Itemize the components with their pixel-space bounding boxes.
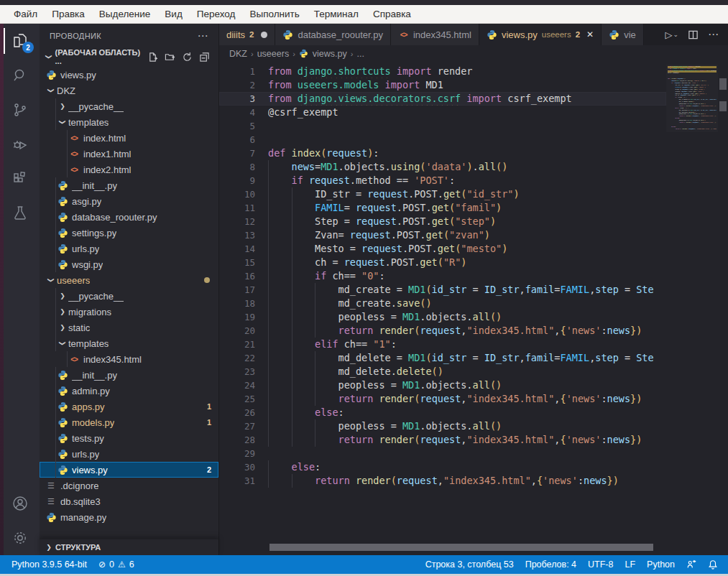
workspace-section-header[interactable]: ❯ (РАБОЧАЯ ОБЛАСТЬ) ... [40, 48, 218, 65]
run-debug-icon[interactable] [0, 127, 40, 162]
code-line-31[interactable]: 31 return render(request,"index345.html"… [219, 474, 666, 488]
code-line-6[interactable]: 6 [219, 133, 666, 147]
breadcrumb-item[interactable]: DKZ [229, 49, 247, 59]
code-line-21[interactable]: 21 elif ch== "1": [219, 338, 666, 351]
source-control-icon[interactable] [0, 93, 40, 127]
menu-item-файл[interactable]: Файл [7, 6, 44, 22]
code-line-12[interactable]: 12 Step = request.POST.get("step") [219, 215, 666, 228]
code-line-5[interactable]: 5 [219, 119, 666, 133]
tree-item-models-py[interactable]: models.py1 [40, 414, 218, 430]
menu-item-терминал[interactable]: Терминал [308, 6, 365, 22]
settings-gear-icon[interactable] [0, 521, 40, 555]
refresh-icon[interactable] [182, 52, 193, 62]
code-line-23[interactable]: 23 md_delete.delete() [219, 365, 666, 378]
code-line-24[interactable]: 24 peopless = MD1.objects.all() [219, 378, 666, 392]
new-folder-icon[interactable] [165, 52, 175, 62]
code-line-1[interactable]: 1from django.shortcuts import render [219, 65, 666, 78]
code-line-16[interactable]: 16 if ch== "0": [219, 269, 666, 283]
more-actions-icon[interactable]: ⋯ [708, 28, 719, 41]
tree-item-admin-py[interactable]: admin.py [40, 383, 218, 399]
tab-views-py[interactable]: views.pyuseeers2✕ [479, 24, 602, 45]
minimap[interactable]: from django.shortcuts import renderfrom … [666, 65, 718, 132]
tab-diiits[interactable]: diiits2 [219, 24, 275, 45]
code-line-25[interactable]: 25 return render(request,"index345.html"… [219, 392, 666, 406]
testing-icon[interactable] [0, 196, 40, 231]
tree-item-tests-py[interactable]: tests.py [40, 430, 218, 446]
tree-item-useeers[interactable]: ❯useeers [40, 272, 218, 288]
code-line-30[interactable]: 30 else: [219, 460, 666, 474]
tab-index345-html[interactable]: <>index345.html [391, 24, 479, 45]
tree-item-wsgi-py[interactable]: wsgi.py [40, 256, 218, 272]
code-line-22[interactable]: 22 md_delete = MD1(id_str = ID_str,famil… [219, 351, 666, 365]
outline-section-header[interactable]: ❯ СТРУКТУРА [40, 539, 218, 555]
code-line-29[interactable]: 29 [219, 447, 666, 460]
tree-item-index-html[interactable]: <>index.html [40, 130, 218, 146]
code-line-17[interactable]: 17 md_create = MD1(id_str = ID_str,famil… [219, 283, 666, 297]
tree-item-views-py[interactable]: views.py2 [40, 462, 218, 478]
tree-item--pycache-[interactable]: ❯__pycache__ [40, 98, 218, 114]
code-line-15[interactable]: 15 ch = request.POST.get("R") [219, 256, 666, 269]
tree-item-templates[interactable]: ❯templates [40, 114, 218, 130]
run-python-file-button[interactable]: ▷⌄ [665, 29, 678, 40]
code-editor[interactable]: 1from django.shortcuts import render2fro… [219, 62, 728, 555]
encoding-indicator[interactable]: UTF-8 [582, 555, 619, 574]
split-editor-icon[interactable] [688, 29, 699, 40]
code-line-2[interactable]: 2from useeers.models import MD1 [219, 78, 666, 92]
new-file-icon[interactable] [147, 52, 158, 62]
tree-item-index1-html[interactable]: <>index1.html [40, 146, 218, 162]
tree-item-apps-py[interactable]: apps.py1 [40, 399, 218, 414]
explorer-icon[interactable]: 2 [0, 24, 40, 58]
indentation-indicator[interactable]: Пробелов: 4 [520, 555, 582, 574]
tree-item-index345-html[interactable]: <>index345.html [40, 351, 218, 367]
menu-item-вид[interactable]: Вид [158, 6, 188, 22]
tab-database-roouter-py[interactable]: database_roouter.py [275, 24, 391, 45]
cursor-position-indicator[interactable]: Строка 3, столбец 53 [420, 555, 520, 574]
vertical-scrollbar[interactable] [718, 62, 728, 555]
feedback-icon[interactable] [681, 555, 702, 574]
extensions-icon[interactable] [0, 162, 40, 196]
menu-item-правка[interactable]: Правка [45, 6, 91, 22]
code-line-10[interactable]: 10 ID_str = request.POST.get("id_str") [219, 187, 666, 201]
tree-item-migrations[interactable]: ❯migrations [40, 304, 218, 320]
code-line-18[interactable]: 18 md_create.save() [219, 297, 666, 310]
code-line-13[interactable]: 13 Zvan= request.POST.get("zvan") [219, 228, 666, 242]
run-dropdown-icon[interactable]: ⌄ [673, 31, 678, 38]
sidebar-more-actions-icon[interactable]: ⋯ [198, 29, 208, 42]
tree-item--init-py[interactable]: __init__.py [40, 177, 218, 193]
tree-item-index2-html[interactable]: <>index2.html [40, 162, 218, 177]
tree-item-urls-py[interactable]: urls.py [40, 446, 218, 462]
code-line-14[interactable]: 14 Mesto = request.POST.get("mesto") [219, 242, 666, 256]
tree-item-db-sqlite3[interactable]: ☰db.sqlite3 [40, 493, 218, 509]
code-line-3[interactable]: 3from django.views.decorators.csrf impor… [219, 92, 666, 106]
code-line-11[interactable]: 11 FAMIL= request.POST.get("famil") [219, 201, 666, 215]
code-line-19[interactable]: 19 peopless = MD1.objects.all() [219, 310, 666, 324]
code-line-26[interactable]: 26 else: [219, 406, 666, 419]
tree-item-static[interactable]: ❯static [40, 320, 218, 335]
tree-item--pycache-[interactable]: ❯__pycache__ [40, 288, 218, 304]
tree-item-settings-py[interactable]: settings.py [40, 225, 218, 241]
tree-item-manage-py[interactable]: manage.py [40, 509, 218, 525]
tree-item-urls-py[interactable]: urls.py [40, 241, 218, 256]
menu-item-справка[interactable]: Справка [367, 6, 418, 22]
tab-vie[interactable]: vie [602, 24, 644, 45]
tree-item--dcignore[interactable]: ☰.dcignore [40, 478, 218, 493]
breadcrumb-item[interactable]: useeers [257, 49, 289, 59]
code-line-7[interactable]: 7def index(request): [219, 147, 666, 160]
tree-item-templates[interactable]: ❯templates [40, 335, 218, 351]
account-icon[interactable] [0, 486, 40, 521]
eol-indicator[interactable]: LF [619, 555, 641, 574]
code-line-8[interactable]: 8 news=MD1.objects.using('daata').all() [219, 160, 666, 174]
breadcrumb-item[interactable]: ... [356, 49, 364, 59]
code-line-4[interactable]: 4@csrf_exempt [219, 106, 666, 119]
menu-item-переход[interactable]: Переход [190, 6, 242, 22]
close-icon[interactable]: ✕ [586, 29, 594, 40]
search-icon[interactable] [0, 58, 40, 93]
code-line-9[interactable]: 9 if request.method == 'POST': [219, 174, 666, 187]
python-version-indicator[interactable]: Python 3.9.5 64-bit [6, 555, 93, 574]
collapse-folders-icon[interactable] [199, 52, 210, 62]
tree-item-dkz[interactable]: ❯DKZ [40, 83, 218, 98]
language-mode-indicator[interactable]: Python [641, 555, 681, 574]
tree-item-database-roouter-py[interactable]: database_roouter.py [40, 209, 218, 225]
unsaved-dot-icon[interactable] [261, 32, 267, 38]
tree-item-views-py[interactable]: views.py [40, 67, 218, 83]
